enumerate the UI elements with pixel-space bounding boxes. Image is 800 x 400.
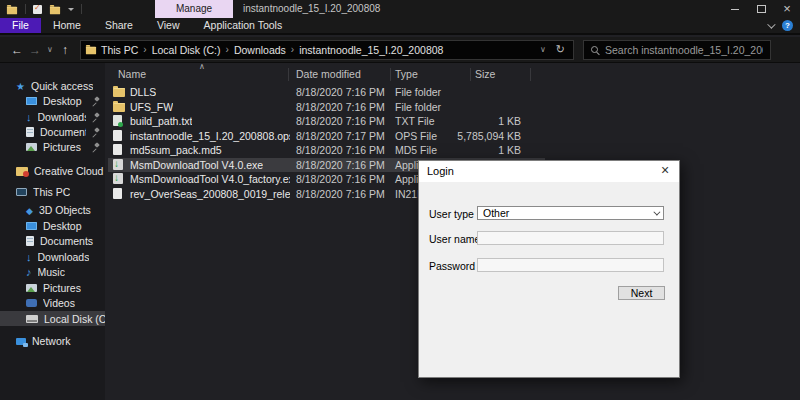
- sidebar-item-label: Network: [32, 335, 71, 347]
- recent-locations-chevron-icon[interactable]: [44, 45, 56, 54]
- ribbon-tab-file[interactable]: File: [0, 18, 41, 33]
- column-separator[interactable]: [530, 68, 531, 81]
- table-row[interactable]: md5sum_pack.md58/18/2020 7:16 PMMD5 File…: [108, 143, 545, 157]
- sidebar-item-local-disk-c[interactable]: Local Disk (C:): [0, 311, 105, 326]
- up-button[interactable]: [56, 43, 74, 57]
- document-icon: [26, 127, 34, 137]
- toolbar-separator: [81, 4, 82, 14]
- close-button[interactable]: [774, 0, 800, 18]
- sidebar-item-quick-access[interactable]: Quick access: [0, 78, 105, 93]
- file-type: File folder: [395, 101, 441, 113]
- table-row[interactable]: UFS_FW8/18/2020 7:16 PMFile folder: [108, 100, 545, 114]
- sidebar-item-desktop[interactable]: Desktop: [0, 93, 105, 108]
- table-row[interactable]: instantnoodle_15_I.20_200808.ops8/18/202…: [108, 129, 545, 143]
- file-size: 5,785,094 KB: [408, 130, 521, 142]
- help-icon[interactable]: [782, 20, 793, 31]
- column-header-date-modified[interactable]: Date modified: [296, 68, 361, 80]
- sidebar-item-documents[interactable]: Documents: [0, 233, 105, 248]
- ribbon-tab-home[interactable]: Home: [41, 18, 93, 33]
- sidebar-item-this-pc[interactable]: This PC: [0, 184, 105, 199]
- file-date-modified: 8/18/2020 7:16 PM: [296, 173, 385, 185]
- sidebar-item-videos[interactable]: Videos: [0, 295, 105, 310]
- file-date-modified: 8/18/2020 7:16 PM: [296, 159, 385, 171]
- window-title: instantnoodle_15_I.20_200808: [243, 0, 380, 18]
- expand-ribbon-chevron-icon[interactable]: [767, 20, 775, 28]
- search-input[interactable]: [605, 44, 763, 56]
- sidebar-item-label: Documents: [40, 235, 93, 247]
- column-header-name[interactable]: Name: [118, 68, 146, 80]
- title-bar: Manage instantnoodle_15_I.20_200808: [0, 0, 800, 18]
- table-row[interactable]: DLLS8/18/2020 7:16 PMFile folder: [108, 85, 545, 99]
- column-separator[interactable]: [390, 68, 391, 81]
- column-separator[interactable]: [470, 68, 471, 81]
- address-bar: This PC›Local Disk (C:)›Downloads›instan…: [0, 37, 800, 63]
- manage-contextual-tab[interactable]: Manage: [155, 0, 233, 18]
- sidebar-item-creative-cloud-files[interactable]: Creative Cloud Files: [0, 163, 105, 178]
- file-date-modified: 8/18/2020 7:16 PM: [296, 144, 385, 156]
- minimize-button[interactable]: [722, 0, 748, 18]
- file-explorer-window: Manage instantnoodle_15_I.20_200808 File…: [0, 0, 800, 400]
- file-date-modified: 8/18/2020 7:16 PM: [296, 101, 385, 113]
- maximize-button[interactable]: [748, 0, 774, 18]
- search-icon: [591, 46, 598, 53]
- column-separator[interactable]: [288, 68, 289, 81]
- password-field[interactable]: [477, 258, 664, 272]
- sidebar-item-label: Desktop: [43, 95, 82, 107]
- breadcrumb-item[interactable]: This PC: [97, 44, 142, 56]
- sidebar-item-desktop[interactable]: Desktop: [0, 218, 105, 233]
- exe-icon: [113, 159, 123, 170]
- close-icon[interactable]: [657, 162, 673, 178]
- file-date-modified: 8/18/2020 7:16 PM: [296, 86, 385, 98]
- refresh-icon[interactable]: [556, 43, 565, 56]
- column-header-size[interactable]: Size: [475, 68, 495, 80]
- sidebar-item-label: This PC: [33, 186, 70, 198]
- search-box[interactable]: [583, 40, 771, 60]
- breadcrumb-item[interactable]: Local Disk (C:): [148, 44, 225, 56]
- text-file-icon: [113, 115, 122, 126]
- user-name-field[interactable]: [477, 231, 664, 245]
- address-box[interactable]: This PC›Local Disk (C:)›Downloads›instan…: [80, 40, 574, 60]
- sidebar-item-label: Local Disk (C:): [44, 313, 105, 325]
- monitor-icon: [26, 222, 37, 230]
- breadcrumb-item[interactable]: instantnoodle_15_I.20_200808: [295, 44, 447, 56]
- new-folder-icon[interactable]: [50, 6, 60, 14]
- sidebar-item-label: Downloads: [38, 251, 90, 263]
- ribbon-tab-view[interactable]: View: [145, 18, 192, 33]
- navigation-pane: Quick accessDesktopDownloadsDocumentsPic…: [0, 63, 105, 400]
- ribbon-tab-application-tools[interactable]: Application Tools: [192, 18, 295, 33]
- file-size: 1 KB: [408, 115, 521, 127]
- file-name: rev_OverSeas_200808_0019_release_OTA-...: [130, 188, 290, 200]
- user-type-value: Other: [483, 207, 509, 219]
- ribbon-tab-share[interactable]: Share: [93, 18, 145, 33]
- ribbon-tab-bar: FileHomeShareViewApplication Tools: [0, 18, 800, 35]
- column-header-type[interactable]: Type: [395, 68, 418, 80]
- next-button[interactable]: Next: [618, 286, 665, 300]
- forward-button[interactable]: [26, 43, 44, 57]
- sidebar-item-label: Creative Cloud Files: [34, 165, 105, 177]
- file-date-modified: 8/18/2020 7:16 PM: [296, 115, 385, 127]
- login-dialog-title: Login: [427, 165, 454, 177]
- user-type-select[interactable]: Other: [477, 206, 664, 220]
- sidebar-item-downloads[interactable]: Downloads: [0, 249, 105, 264]
- sidebar-item-documents[interactable]: Documents: [0, 124, 105, 139]
- sidebar-item-3d-objects[interactable]: 3D Objects: [0, 202, 105, 217]
- sidebar-item-music[interactable]: Music: [0, 264, 105, 279]
- properties-icon[interactable]: [33, 5, 42, 14]
- table-row[interactable]: build_path.txt8/18/2020 7:16 PMTXT File1…: [108, 114, 545, 128]
- pc-icon: [16, 188, 27, 196]
- sidebar-item-pictures[interactable]: Pictures: [0, 280, 105, 295]
- login-dialog-titlebar[interactable]: Login: [419, 161, 679, 182]
- address-dropdown-chevron-icon[interactable]: [540, 45, 546, 54]
- file-date-modified: 8/18/2020 7:17 PM: [296, 130, 385, 142]
- file-name: MsmDownloadTool V4.0_factory.exe: [130, 173, 290, 185]
- customize-toolbar-chevron-icon[interactable]: [68, 8, 74, 11]
- sidebar-item-label: Documents: [40, 126, 86, 138]
- sidebar-item-network[interactable]: Network: [0, 333, 105, 348]
- sidebar-item-downloads[interactable]: Downloads: [0, 109, 105, 124]
- breadcrumb-item[interactable]: Downloads: [230, 44, 290, 56]
- sidebar-item-pictures[interactable]: Pictures: [0, 139, 105, 154]
- sidebar-item-label: Pictures: [43, 282, 81, 294]
- sidebar-item-label: Quick access: [31, 80, 93, 92]
- file-name: UFS_FW: [130, 101, 173, 113]
- back-button[interactable]: [8, 43, 26, 57]
